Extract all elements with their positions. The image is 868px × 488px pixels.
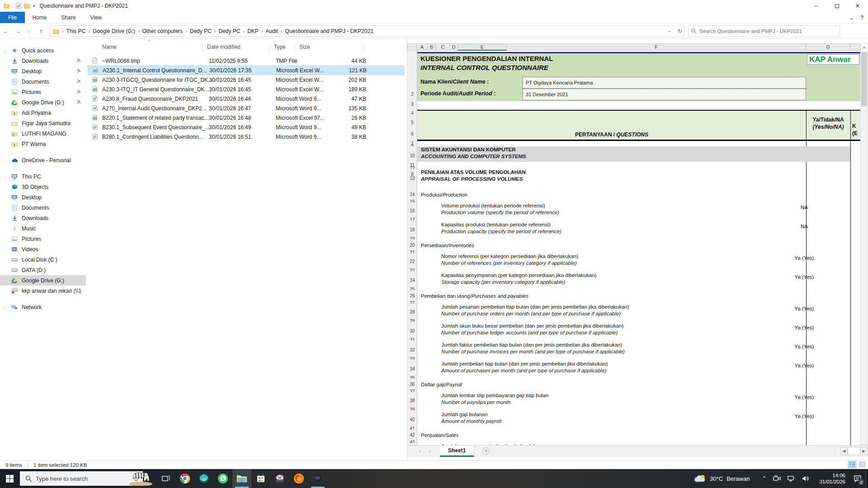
scrollbar-grip[interactable]: ⋮ [833, 449, 838, 454]
chrome-icon[interactable] [175, 469, 194, 488]
help-icon[interactable]: ? [860, 14, 863, 21]
column-divider[interactable] [203, 43, 203, 52]
file-row[interactable]: A270_Internal Audit Questionnaire_DKP2..… [88, 103, 404, 113]
sidebar-section-this-pc[interactable]: ⌄This PC [0, 171, 86, 182]
file-name[interactable]: B230.1_Subsequent Event Questionnaire_..… [102, 124, 210, 131]
forward-button[interactable]: → [12, 27, 24, 35]
breadcrumb-segment[interactable]: DKP [245, 28, 260, 34]
minimize-button[interactable]: ─ [806, 0, 826, 12]
details-view-icon[interactable] [848, 461, 856, 468]
sidebar-section-quick-access[interactable]: ⌄★Quick access [0, 45, 86, 56]
task-view-button[interactable] [156, 469, 175, 488]
sidebar-item-videos[interactable]: Videos [0, 244, 86, 254]
file-row[interactable]: B230.1_Subsequent Event Questionnaire_..… [88, 122, 404, 132]
properties-check-icon[interactable] [16, 3, 21, 9]
breadcrumb-segment[interactable]: This PC [65, 28, 88, 34]
firefox-icon[interactable] [289, 469, 308, 488]
file-name[interactable]: A230.3-ITQ_IT General Questionnaire_DK..… [102, 86, 209, 93]
sidebar-item-luthfi-magang[interactable]: LUTHFI MAGANG [0, 128, 86, 139]
maximize-button[interactable] [826, 0, 847, 12]
ribbon-tab-view[interactable]: View [83, 12, 109, 23]
chevron-right-icon[interactable]: › [4, 305, 10, 310]
vertical-scrollbar[interactable]: ▲ [860, 43, 868, 445]
breadcrumb-segment[interactable]: Audit [264, 28, 280, 34]
horizontal-scroll-thumb[interactable] [848, 447, 860, 455]
up-button[interactable]: ↑ [35, 27, 47, 35]
dark-app-icon[interactable] [308, 469, 327, 488]
file-name[interactable]: A230.1_Internal Control Questionnaire_D.… [103, 67, 207, 74]
file-name[interactable]: ~WRL0066.tmp [102, 58, 140, 64]
sidebar-item-figar-jaya-samudra[interactable]: Figar Jaya Samudra [0, 118, 86, 128]
sidebar-item-pictures[interactable]: Pictures [0, 234, 86, 244]
close-button[interactable]: ✕ [847, 0, 868, 12]
column-header-size[interactable]: Size [299, 44, 310, 50]
file-row[interactable]: A230.1_Internal Control Questionnaire_D.… [88, 66, 404, 75]
file-row[interactable]: A230.3-ITGCQ_Questionnaire for ITGC_DK..… [88, 75, 404, 84]
sidebar-section-onedrive-personal[interactable]: ›OneDrive - Personal [0, 155, 86, 165]
column-header-name[interactable]: Name [102, 44, 117, 50]
sidebar-item-pt-warna[interactable]: PT Warna [0, 139, 86, 149]
sidebar-item-data-d-[interactable]: DATA (D:) [0, 265, 86, 275]
weather-widget[interactable]: 30°C Berawan [694, 474, 750, 483]
sidebar-item-documents[interactable]: Documents [0, 202, 86, 213]
file-row[interactable]: A230.8_Fraud Questionnaire_DKP202130/01/… [88, 94, 404, 103]
volume-icon[interactable] [802, 475, 813, 482]
sidebar-item-google-drive-g-[interactable]: Google Drive (G:) [0, 275, 86, 286]
sidebar-item-google-drive-g-[interactable]: Google Drive (G:) [0, 97, 86, 108]
file-row[interactable]: B220.1_Statement of related party transa… [88, 113, 404, 122]
show-desktop-button[interactable] [865, 469, 868, 488]
vertical-scroll-thumb[interactable] [861, 52, 867, 106]
next-sheet-icon[interactable]: › [429, 448, 431, 454]
sidebar-section-network[interactable]: ›Network [0, 302, 86, 312]
sidebar-item-local-disk-c-[interactable]: Local Disk (C:) [0, 254, 86, 265]
ribbon-tab-share[interactable]: Share [54, 12, 83, 23]
sidebar-item-music[interactable]: ♪Music [0, 223, 86, 234]
new-folder-icon[interactable] [24, 3, 30, 9]
breadcrumb-segment[interactable]: Dedy PC [217, 28, 242, 34]
zebra-search-highlight-image[interactable] [127, 468, 155, 486]
sidebar-item-3d-objects[interactable]: 3D Objects [0, 182, 86, 192]
file-row[interactable]: A230.3-ITQ_IT General Questionnaire_DK..… [88, 84, 404, 94]
sidebar-item-pictures[interactable]: Pictures [0, 87, 86, 97]
column-divider[interactable] [363, 43, 363, 52]
expand-ribbon-icon[interactable]: ⌄ [849, 14, 854, 21]
network-icon[interactable] [788, 475, 798, 482]
file-name[interactable]: B280.1_Contingent Liabilities Questionn.… [102, 134, 203, 140]
sidebar-item-desktop[interactable]: Desktop [0, 66, 86, 76]
sidebar-item-adi-priyatna[interactable]: Adi Priyatna [0, 108, 86, 118]
breadcrumb-segment[interactable]: Other computers [141, 28, 184, 34]
search-input[interactable] [699, 28, 837, 34]
recent-locations-chevron-icon[interactable]: ⌄ [24, 28, 35, 33]
snipping-tool-icon[interactable] [270, 469, 289, 488]
chevron-right-icon[interactable]: › [4, 158, 10, 163]
sidebar-item-downloads[interactable]: Downloads [0, 213, 86, 223]
scroll-right-icon[interactable]: ▶ [860, 447, 868, 455]
column-divider[interactable] [295, 43, 295, 52]
search-box[interactable] [688, 25, 840, 37]
file-name[interactable]: A270_Internal Audit Questionnaire_DKP2..… [102, 105, 207, 112]
sidebar-item-downloads[interactable]: Downloads [0, 56, 86, 66]
tray-clock[interactable]: 14:06 31/01/2026 [819, 472, 845, 485]
chevron-down-icon[interactable]: ⌄ [4, 48, 10, 53]
breadcrumb-segment[interactable]: Google Drive (G:) [91, 28, 137, 34]
edge-icon[interactable] [194, 469, 213, 488]
ribbon-tab-home[interactable]: Home [25, 12, 54, 23]
file-row[interactable]: ~WRL0066.tmp11/02/2025 9:55TMP File44 KB [88, 56, 404, 66]
ribbon-tab-file[interactable]: File [0, 12, 25, 23]
file-name[interactable]: A230.8_Fraud Questionnaire_DKP2021 [102, 96, 198, 102]
large-icons-view-icon[interactable] [858, 461, 866, 468]
chevron-down-icon[interactable]: ⌄ [4, 174, 10, 179]
sidebar-item-desktop[interactable]: Desktop [0, 192, 86, 202]
scroll-up-icon[interactable]: ▲ [861, 44, 868, 51]
address-bar[interactable]: › This PC›Google Drive (G:)›Other comput… [50, 25, 684, 37]
breadcrumb-segment[interactable]: Questionnaire and PMPJ - DKP2021 [283, 28, 375, 34]
column-header-date-modified[interactable]: Date modified [207, 44, 241, 50]
taskbar-search-box[interactable]: Type here to search [20, 471, 143, 486]
file-explorer-icon[interactable] [232, 469, 251, 488]
prev-sheet-icon[interactable]: ‹ [419, 448, 421, 454]
refresh-icon[interactable]: ↻ [678, 28, 682, 34]
customize-toolbar-chevron-icon[interactable]: ▾ [33, 4, 35, 8]
notification-center-icon[interactable]: 2 [850, 469, 865, 488]
meet-now-icon[interactable] [773, 475, 784, 482]
address-dropdown-chevron-icon[interactable]: ⌄ [668, 28, 671, 34]
